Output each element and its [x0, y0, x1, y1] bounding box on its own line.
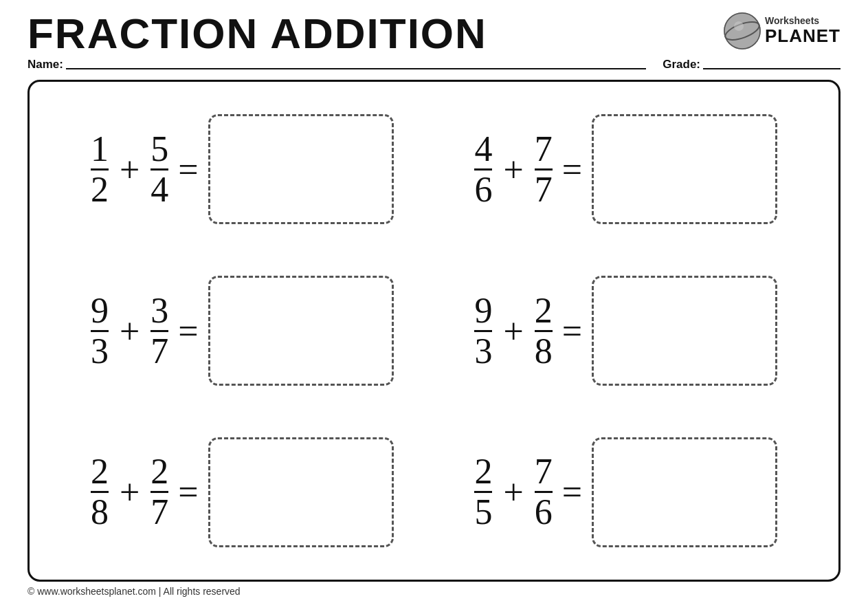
operator-2a: +: [115, 311, 144, 351]
frac-den-2c: 3: [474, 333, 492, 369]
fraction-3b: 2 7: [151, 454, 168, 530]
fraction-3d: 7 6: [535, 454, 553, 530]
fraction-1a: 1 2: [91, 131, 109, 208]
fraction-3a: 2 8: [91, 454, 109, 530]
logo-planet-label: PLANET: [765, 26, 841, 46]
equals-1b: =: [559, 149, 585, 190]
problems-row-1: 1 2 + 5 4 = 4 6 +: [50, 89, 818, 250]
problem-3-right: 2 5 + 7 6 =: [474, 437, 777, 547]
answer-box-2a[interactable]: [208, 276, 394, 386]
fraction-2a: 9 3: [91, 293, 109, 369]
page-title: FRACTION ADDITION: [27, 12, 487, 55]
footer-text: © www.worksheetsplanet.com | All rights …: [27, 586, 241, 597]
answer-box-3a[interactable]: [208, 437, 394, 547]
grade-line: [703, 68, 841, 69]
name-line: [66, 68, 646, 69]
problem-2-left: 9 3 + 3 7 =: [91, 276, 394, 386]
equals-2a: =: [175, 311, 201, 351]
fraction-2b: 3 7: [151, 293, 168, 369]
frac-den-1d: 7: [535, 172, 553, 208]
frac-num-3d: 7: [535, 454, 553, 490]
frac-den-2a: 3: [91, 333, 109, 369]
name-label: Name:: [27, 58, 63, 72]
logo-container: Worksheets PLANET: [724, 12, 841, 50]
main-box: 1 2 + 5 4 = 4 6 +: [27, 80, 841, 582]
frac-num-1c: 4: [474, 131, 492, 167]
svg-point-0: [724, 13, 760, 49]
operator-1b: +: [499, 149, 527, 190]
grade-label: Grade:: [663, 58, 700, 72]
fraction-2c: 9 3: [474, 293, 492, 369]
fraction-1c: 4 6: [474, 131, 492, 208]
frac-den-1c: 6: [474, 172, 492, 208]
answer-box-1a[interactable]: [208, 114, 394, 224]
answer-box-1b[interactable]: [592, 114, 777, 224]
problem-1-left: 1 2 + 5 4 =: [91, 114, 394, 224]
problems-row-2: 9 3 + 3 7 = 9 3 +: [50, 250, 818, 412]
page: FRACTION ADDITION Worksheets PLANET Name…: [0, 0, 868, 614]
equals-2b: =: [559, 311, 585, 351]
frac-num-2c: 9: [474, 293, 492, 329]
frac-den-2d: 8: [535, 333, 553, 369]
operator-3b: +: [499, 472, 527, 512]
frac-den-3b: 7: [151, 494, 168, 530]
frac-num-1a: 1: [91, 131, 109, 167]
frac-den-3c: 5: [474, 494, 492, 530]
footer: © www.worksheetsplanet.com | All rights …: [27, 586, 841, 597]
operator-1a: +: [115, 149, 144, 190]
frac-num-3b: 2: [151, 454, 168, 490]
frac-num-2a: 9: [91, 293, 109, 329]
frac-den-1a: 2: [91, 172, 109, 208]
logo-worksheets-label: Worksheets: [765, 16, 841, 26]
equals-3b: =: [559, 472, 585, 512]
fraction-2d: 2 8: [535, 293, 553, 369]
fraction-3c: 2 5: [474, 454, 492, 530]
problem-1-right: 4 6 + 7 7 =: [474, 114, 777, 224]
frac-den-3d: 6: [535, 494, 553, 530]
equals-3a: =: [175, 472, 201, 512]
problem-3-left: 2 8 + 2 7 =: [91, 437, 394, 547]
frac-num-1d: 7: [535, 131, 553, 167]
frac-den-3a: 8: [91, 494, 109, 530]
logo-text: Worksheets PLANET: [765, 16, 841, 46]
frac-den-1b: 4: [151, 172, 168, 208]
frac-den-2b: 7: [151, 333, 168, 369]
header-row: FRACTION ADDITION Worksheets PLANET: [27, 12, 841, 55]
operator-2b: +: [499, 311, 527, 351]
fraction-1b: 5 4: [151, 131, 168, 208]
logo-icon: [724, 12, 761, 50]
equals-1a: =: [175, 149, 201, 190]
frac-num-3c: 2: [474, 454, 492, 490]
answer-box-3b[interactable]: [592, 437, 777, 547]
answer-box-2b[interactable]: [592, 276, 777, 386]
frac-num-3a: 2: [91, 454, 109, 490]
frac-num-2d: 2: [535, 293, 553, 329]
svg-point-2: [734, 21, 744, 31]
problem-2-right: 9 3 + 2 8 =: [474, 276, 777, 386]
problems-row-3: 2 8 + 2 7 = 2 5 +: [50, 411, 818, 573]
fraction-1d: 7 7: [535, 131, 553, 208]
frac-num-1b: 5: [151, 131, 168, 167]
frac-num-2b: 3: [151, 293, 168, 329]
name-grade-row: Name: Grade:: [27, 58, 841, 72]
operator-3a: +: [115, 472, 144, 512]
